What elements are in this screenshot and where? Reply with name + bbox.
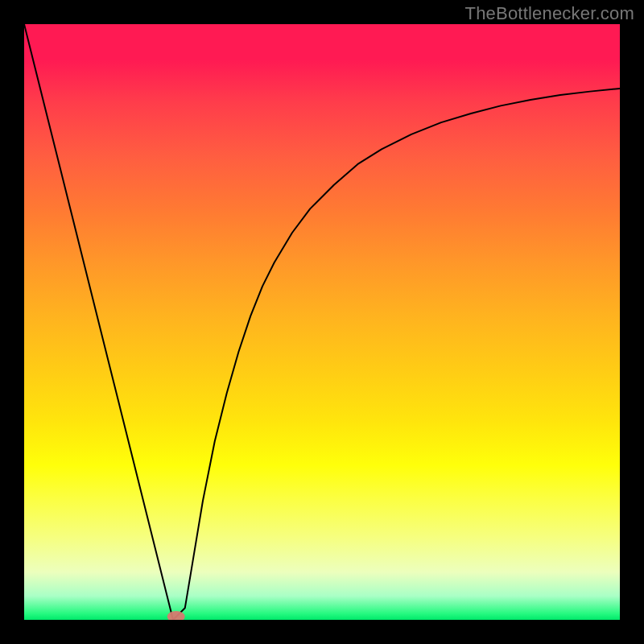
plot-area <box>24 24 620 620</box>
curve-minimum-marker <box>167 611 185 620</box>
watermark-text: TheBottlenecker.com <box>465 3 634 24</box>
bottleneck-curve <box>24 24 620 620</box>
chart-svg <box>24 24 620 620</box>
